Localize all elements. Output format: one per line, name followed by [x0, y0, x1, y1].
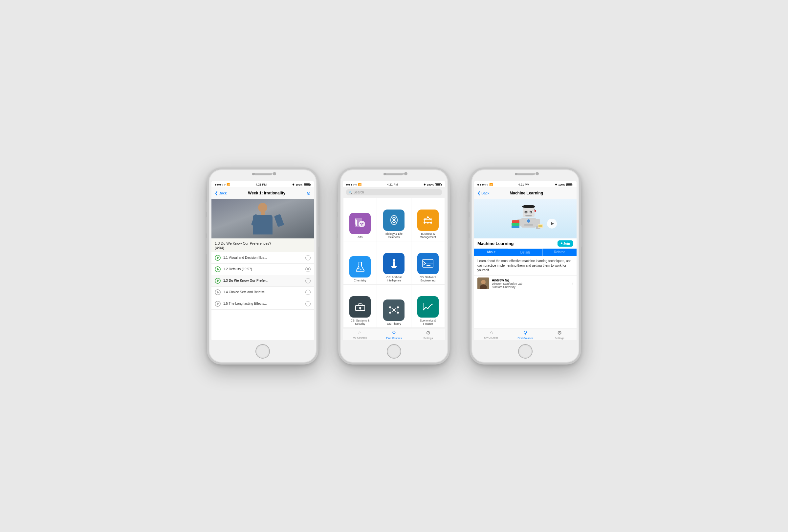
- power-button-1: [318, 225, 320, 247]
- tab-my-courses-3[interactable]: ⌂ My Courses: [474, 330, 508, 339]
- svg-point-43: [362, 307, 363, 308]
- tab-find-courses-3[interactable]: ⚲ Find Courses: [508, 330, 543, 339]
- home-button-1[interactable]: [255, 344, 270, 359]
- arts-label: Arts: [358, 235, 362, 239]
- category-business[interactable]: Business &Management: [411, 198, 445, 241]
- lesson-item-1-4[interactable]: 1.4 Choice Sets and Relativi... ↓: [212, 287, 314, 298]
- instructor-row-3[interactable]: Andrew Ng Director, Stanford AI Lab Stan…: [474, 275, 576, 291]
- econ-icon-box: [417, 296, 439, 318]
- categories-grid-2: Arts Biology & LifeSciences: [343, 197, 445, 328]
- lesson-name-1-2: 1.2 Defaults (19:57): [223, 267, 303, 271]
- battery-icon-1: [304, 183, 311, 186]
- svg-point-69: [527, 219, 530, 223]
- svg-line-14: [425, 217, 428, 219]
- tab-settings-label-3: Settings: [555, 337, 565, 339]
- back-button-3[interactable]: ❮ Back: [477, 191, 489, 195]
- svg-point-44: [363, 307, 364, 308]
- svg-rect-30: [393, 260, 395, 261]
- bluetooth-icon-3: ✱: [555, 183, 557, 186]
- person-silhouette-1: [253, 203, 273, 235]
- join-button-3[interactable]: + Join: [557, 240, 573, 247]
- lesson-item-1-2[interactable]: 1.2 Defaults (19:57): [212, 264, 314, 275]
- status-right-2: ✱ 100%: [423, 183, 442, 186]
- play-btn-1-2[interactable]: [215, 266, 221, 272]
- play-triangle-1-1: [217, 256, 219, 259]
- category-cs-se[interactable]: CS: SoftwareEngineering: [411, 241, 445, 284]
- home-button-3[interactable]: [518, 344, 533, 359]
- download-btn-1-5[interactable]: ↓: [306, 301, 311, 307]
- svg-point-38: [357, 307, 358, 308]
- arts-icon-box: [349, 213, 371, 234]
- lesson-name-1-5: 1.5 The Long-lasting Effects...: [223, 302, 303, 306]
- svg-point-4: [361, 224, 362, 225]
- status-bar-2: 📶 4:21 PM ✱ 100%: [343, 181, 445, 187]
- bio-label: Biology & LifeSciences: [386, 232, 402, 239]
- mute-button-3: [468, 202, 470, 212]
- play-btn-1-5[interactable]: [215, 301, 221, 307]
- category-cs-ai[interactable]: CS: ArtificialIntelligence: [377, 241, 410, 284]
- instructor-title-3: Director, Stanford AI Lab: [492, 282, 569, 285]
- lesson-item-1-1[interactable]: 1.1 Visual and Decision Illus... ↓: [212, 252, 314, 264]
- back-label-1[interactable]: Back: [219, 191, 226, 195]
- download-btn-1-1[interactable]: ↓: [306, 255, 311, 260]
- home-icon-3: ⌂: [490, 330, 493, 336]
- download-icon-1[interactable]: ⊙: [307, 191, 311, 196]
- play-btn-1-1[interactable]: [215, 255, 221, 261]
- pause-btn-1-2[interactable]: [306, 267, 311, 272]
- cs-sys-label: CS: Systems &Security: [351, 319, 369, 326]
- status-left-2: 📶: [346, 183, 361, 186]
- dot3: [219, 184, 221, 185]
- play-overlay-3[interactable]: [547, 219, 557, 229]
- category-bio[interactable]: Biology & LifeSciences: [377, 198, 410, 241]
- play-triangle-1-3: [217, 279, 219, 282]
- cs-sys-icon-box: [349, 296, 371, 318]
- dot4: [222, 184, 223, 185]
- tab-settings-2[interactable]: ⚙ Settings: [411, 330, 445, 339]
- download-btn-1-4[interactable]: ↓: [306, 290, 311, 295]
- lesson-item-1-3[interactable]: 1.3 Do We Know Our Prefer... ↓: [212, 275, 314, 287]
- category-cs-sys[interactable]: CS: Systems &Security: [343, 285, 377, 328]
- tab-related-3[interactable]: Related: [543, 249, 576, 256]
- vol-down-2: [337, 238, 338, 254]
- back-button-1[interactable]: ❮ Back: [215, 191, 226, 195]
- category-cs-theory[interactable]: CS: Theory: [377, 285, 410, 328]
- svg-point-45: [393, 309, 395, 311]
- avatar-svg-3: [477, 277, 489, 289]
- video-thumbnail-1[interactable]: [212, 199, 314, 238]
- cs-sys-svg: [354, 300, 367, 313]
- status-left-3: 📶: [477, 183, 493, 186]
- svg-rect-67: [525, 215, 532, 216]
- back-label-3[interactable]: Back: [481, 191, 489, 195]
- play-btn-1-3[interactable]: [215, 278, 221, 284]
- svg-point-40: [359, 307, 360, 308]
- instructor-org-3: Stanford University: [492, 285, 569, 289]
- category-econ[interactable]: Economics &Finance: [411, 285, 445, 328]
- signal-dots-3: [477, 184, 488, 185]
- lesson-item-1-5[interactable]: 1.5 The Long-lasting Effects... ↓: [212, 298, 314, 310]
- svg-point-23: [360, 269, 361, 270]
- download-btn-1-3[interactable]: ↓: [306, 278, 311, 283]
- battery-icon-3: [566, 183, 573, 186]
- speaker-1: [254, 174, 271, 175]
- category-arts[interactable]: Arts: [343, 198, 377, 241]
- category-chemistry[interactable]: Chemistry: [343, 241, 377, 284]
- tab-about-3[interactable]: About: [474, 249, 508, 256]
- join-label-3: Join: [563, 242, 570, 245]
- tab-my-courses-2[interactable]: ⌂ My Courses: [343, 330, 377, 339]
- person-neck-1: [261, 212, 264, 215]
- tab-settings-3[interactable]: ⚙ Settings: [543, 330, 576, 339]
- gear-icon-3: ⚙: [557, 330, 562, 336]
- play-btn-1-4[interactable]: [215, 289, 221, 295]
- search-bar-2[interactable]: 🔍 Search: [346, 189, 442, 195]
- tab-find-courses-2[interactable]: ⚲ Find Courses: [377, 330, 411, 339]
- vol-up-1: [205, 217, 207, 234]
- home-button-2[interactable]: [387, 344, 401, 359]
- chevron-right-3: ›: [572, 281, 573, 286]
- status-right-3: ✱ 100%: [555, 183, 573, 186]
- ml-hero-3[interactable]: [474, 199, 576, 238]
- instructor-avatar-3: [477, 277, 489, 289]
- status-left-1: 📶: [215, 183, 230, 186]
- lesson-list-1[interactable]: 1.1 Visual and Decision Illus... ↓ 1.2 D…: [212, 252, 314, 340]
- tab-find-courses-label-2: Find Courses: [386, 337, 402, 339]
- tab-details-3[interactable]: Details: [508, 249, 543, 256]
